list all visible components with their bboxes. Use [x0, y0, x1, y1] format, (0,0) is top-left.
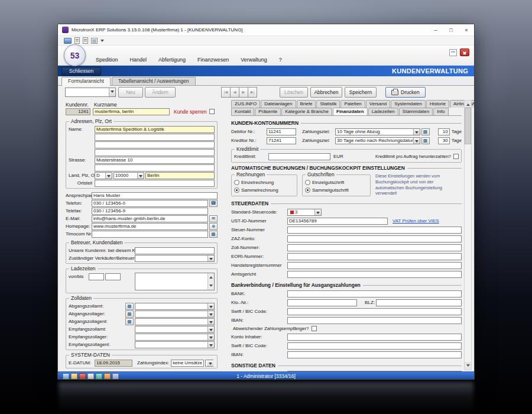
- tab-statistik[interactable]: Statistik: [316, 100, 340, 108]
- speichern-button[interactable]: Speichern: [345, 87, 377, 98]
- tab-zusinfo[interactable]: ZUS.INFO: [231, 100, 260, 108]
- email-input[interactable]: info@hans-muster-gmbh-berlin.de: [92, 215, 208, 222]
- list-scrollbar[interactable]: [207, 273, 214, 290]
- ustid-input[interactable]: DE13456789: [287, 218, 388, 225]
- scroll-up-icon[interactable]: [209, 274, 213, 279]
- kunde-sperren-checkbox[interactable]: [209, 109, 215, 114]
- scrollbar-thumb[interactable]: [465, 108, 471, 144]
- abgangszollamt-select[interactable]: [135, 303, 215, 310]
- verkaeufer-select[interactable]: [135, 255, 215, 262]
- zoll-lookup-icon[interactable]: ▦: [125, 303, 134, 310]
- dropdown-arrow-icon[interactable]: [413, 138, 420, 144]
- abweichender-zahlungsempfaenger-checkbox[interactable]: [312, 326, 317, 331]
- menu-handel[interactable]: Handel: [130, 57, 147, 63]
- scroll-down-icon[interactable]: [209, 284, 213, 289]
- ladezeit-von-input[interactable]: [89, 273, 104, 280]
- close-button[interactable]: ×: [459, 24, 474, 35]
- tab-briefe[interactable]: Briefe: [297, 100, 316, 108]
- dropdown-arrow-icon[interactable]: [207, 360, 213, 366]
- dropdown-arrow-icon[interactable]: [207, 319, 214, 325]
- dropdown-arrow-icon[interactable]: [207, 303, 214, 309]
- empfangszollamt-select[interactable]: [135, 326, 215, 333]
- name-input[interactable]: Musterfirma Spedition & Logistik: [95, 126, 215, 133]
- mail-icon[interactable]: ✉: [209, 215, 218, 222]
- monitor-icon[interactable]: [64, 38, 72, 44]
- dropdown-arrow-icon[interactable]: [109, 88, 115, 96]
- tab-kategorie-branche[interactable]: Kategorie & Branche: [281, 108, 332, 115]
- nav-first-button[interactable]: |◀: [221, 87, 231, 98]
- dropdown-arrow-icon[interactable]: [207, 342, 214, 348]
- close-module-icon[interactable]: [460, 48, 469, 56]
- loeschen-button[interactable]: Löschen: [280, 87, 308, 98]
- tab-formularansicht[interactable]: Formularansicht: [61, 77, 111, 86]
- tab-systemdaten[interactable]: Systemdaten: [391, 100, 426, 108]
- name3-input[interactable]: [95, 141, 215, 148]
- homepage-input[interactable]: www.musterfirma.de: [92, 223, 208, 230]
- tab-tabellenansicht[interactable]: Tabellenansicht / Auswertungen: [112, 77, 196, 85]
- tab-paletten[interactable]: Paletten: [340, 100, 365, 108]
- neu-button[interactable]: Neu: [118, 87, 143, 98]
- dropdown-arrow-icon[interactable]: [314, 209, 321, 215]
- iban2-input[interactable]: [287, 351, 462, 358]
- einzelgutschrift-radio[interactable]: [305, 180, 310, 185]
- window-titlebar[interactable]: MicrotronX ERP Solutions 3.15.0.108 (Mus…: [58, 24, 474, 36]
- telefax-input[interactable]: 030 / 123456-9: [92, 208, 208, 215]
- ort-input[interactable]: Berlin: [145, 172, 215, 179]
- tab-kontakt[interactable]: Kontakt: [231, 108, 254, 115]
- debitor-input[interactable]: 11241: [267, 128, 296, 135]
- abgangszollagent-select[interactable]: [135, 318, 215, 325]
- dropdown-arrow-icon[interactable]: [137, 173, 144, 179]
- konto-inhaber-input[interactable]: [287, 334, 462, 341]
- list-icon[interactable]: [91, 38, 98, 44]
- dropdown-arrow-icon[interactable]: [207, 255, 214, 261]
- dropdown-arrow-icon[interactable]: [413, 129, 420, 135]
- menu-abfertigung[interactable]: Abfertigung: [158, 57, 186, 63]
- timocom-input[interactable]: [92, 231, 208, 238]
- kreditlimit-input[interactable]: [268, 153, 330, 160]
- maximize-button[interactable]: □: [443, 24, 459, 35]
- steuernummer-input[interactable]: [287, 227, 462, 234]
- menu-verwaltung[interactable]: Verwaltung: [241, 57, 267, 63]
- nav-prev-button[interactable]: ◀: [230, 87, 239, 98]
- timocom-lookup-icon[interactable]: ▦: [209, 231, 218, 238]
- blz-input[interactable]: [376, 299, 462, 306]
- abbrechen-button[interactable]: Abbrechen: [310, 87, 342, 98]
- vat-vies-link[interactable]: VAT Prüfen über VIES: [392, 218, 439, 224]
- report-icon[interactable]: [83, 37, 88, 44]
- swift-bic-input[interactable]: [287, 308, 462, 315]
- handelsregister-input[interactable]: [287, 262, 462, 269]
- sammelgutschrift-radio[interactable]: [305, 187, 310, 193]
- zaz-konto-input[interactable]: [287, 235, 462, 242]
- nav-last-button[interactable]: ▶|: [248, 87, 257, 98]
- zahlungsindex-select[interactable]: [205, 360, 213, 367]
- zoll-nummer-input[interactable]: [287, 244, 462, 251]
- zahlungsziel2-select[interactable]: 30 Tage netto nach Rechnungsdatum: [335, 137, 420, 144]
- document-icon[interactable]: [74, 37, 80, 44]
- dock-window-icon[interactable]: [449, 49, 457, 56]
- tage2-input[interactable]: 30: [438, 137, 450, 144]
- empfangszollagent-select[interactable]: [135, 341, 215, 348]
- dropdown-arrow-icon[interactable]: [207, 311, 214, 317]
- menu-finanzwesen[interactable]: Finanzwesen: [197, 57, 229, 63]
- schliessen-button[interactable]: Schliessen: [61, 67, 101, 76]
- einzelrechnung-radio[interactable]: [234, 180, 239, 185]
- tab-praesente[interactable]: Präsente: [255, 108, 281, 115]
- menu-spedition[interactable]: Spedition: [96, 57, 118, 63]
- drucken-button[interactable]: Drucken: [385, 87, 426, 98]
- steuercode-select[interactable]: 3: [287, 209, 322, 216]
- unsere-kundennr-input[interactable]: [135, 247, 215, 254]
- aendern-button[interactable]: Ändern: [145, 87, 176, 98]
- right-panel-scrollbar[interactable]: [464, 100, 472, 370]
- abgangszollager-select[interactable]: [135, 310, 215, 318]
- ladezeit-bis-input[interactable]: [105, 273, 121, 280]
- tab-ladezeiten[interactable]: Ladezeiten: [368, 108, 398, 115]
- kto-nr-input[interactable]: [287, 299, 357, 306]
- tage1-input[interactable]: 10: [438, 128, 450, 135]
- eori-nummer-input[interactable]: [287, 253, 462, 260]
- zahlungsziel-lookup-icon[interactable]: ▦: [421, 137, 430, 144]
- tab-finanzdaten[interactable]: Finanzdaten: [333, 108, 368, 115]
- dropdown-arrow-icon[interactable]: [207, 334, 214, 340]
- tab-stammdaten[interactable]: Stammdaten: [399, 108, 433, 115]
- tab-info[interactable]: Info: [433, 108, 448, 115]
- ladezeiten-list[interactable]: [135, 273, 215, 290]
